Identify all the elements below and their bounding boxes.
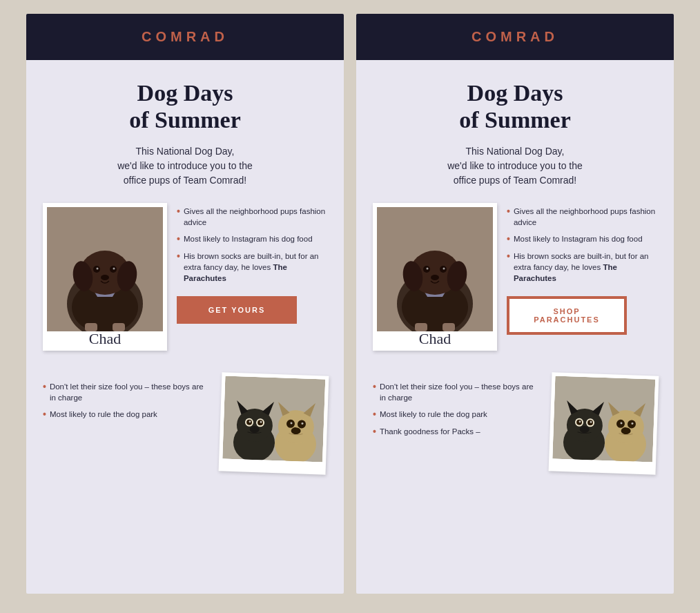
panels-wrapper: COMRAD Dog Daysof Summer This National D… bbox=[21, 14, 679, 594]
cta-wrapper-left: GET YOURS bbox=[177, 296, 327, 324]
svg-point-44 bbox=[431, 275, 439, 280]
bullet-text: Most likely to Instagram his dog food bbox=[184, 233, 313, 245]
cta-highlight-left: GET YOURS bbox=[177, 296, 297, 324]
dog-name-chad-right: Chad bbox=[419, 330, 451, 348]
bullet-dot: • bbox=[507, 251, 510, 284]
panel-header-right: COMRAD bbox=[356, 14, 674, 60]
bullet-item: • Don't let their size fool you – these … bbox=[373, 381, 541, 403]
svg-point-11 bbox=[113, 268, 115, 270]
dog-photo-chad-right bbox=[377, 207, 493, 331]
frenchie-photo-right bbox=[552, 376, 655, 463]
bullet-text: His brown socks are built-in, but for an… bbox=[184, 251, 327, 284]
subheadline-left: This National Dog Day,we'd like to intro… bbox=[117, 144, 253, 188]
dog-name-chad-left: Chad bbox=[89, 330, 121, 348]
bullet-text: Thank goodness for Packs – bbox=[380, 426, 480, 438]
bullet-text: Most likely to rule the dog park bbox=[50, 409, 157, 420]
panel-header-left: COMRAD bbox=[26, 14, 344, 60]
bullet-item: • Most likely to Instagram his dog food bbox=[177, 233, 327, 245]
dog-photo-chad-left bbox=[47, 207, 163, 331]
bullet-item: • His brown socks are built-in, but for … bbox=[177, 251, 327, 284]
bullet-item: • Gives all the neighborhood pups fashio… bbox=[177, 206, 327, 228]
svg-point-41 bbox=[427, 268, 429, 270]
bullet-dot: • bbox=[507, 206, 510, 228]
polaroid-chad-right: Chad bbox=[373, 203, 497, 351]
bullet-text: Don't let their size fool you – these bo… bbox=[50, 381, 211, 403]
bottom-section-right: • Don't let their size fool you – these … bbox=[356, 374, 674, 487]
panel-body-left: Dog Daysof Summer This National Dog Day,… bbox=[26, 60, 344, 374]
bullet-dot: • bbox=[177, 251, 180, 284]
dog-section-right: Chad • Gives all the neighborhood pups f… bbox=[373, 203, 657, 351]
bottom-bullets-left: • Don't let their size fool you – these … bbox=[43, 374, 211, 420]
bullet-item: • Most likely to Instagram his dog food bbox=[507, 233, 657, 245]
bullet-text: Most likely to rule the dog park bbox=[380, 409, 487, 420]
shop-parachutes-button[interactable]: SHOP PARACHUTES bbox=[508, 298, 625, 333]
polaroid-frenchies-right bbox=[549, 373, 659, 475]
bottom-section-left: • Don't let their size fool you – these … bbox=[26, 374, 344, 487]
brand-logo-left: COMRAD bbox=[40, 29, 330, 45]
polaroid-frenchies-left bbox=[219, 373, 329, 475]
brand-logo-right: COMRAD bbox=[370, 29, 660, 45]
bullet-text: Gives all the neighborhood pups fashion … bbox=[514, 206, 657, 228]
bullet-dot: • bbox=[177, 206, 180, 228]
subheadline-right: This National Dog Day,we'd like to intro… bbox=[447, 144, 583, 188]
bullet-item: • Don't let their size fool you – these … bbox=[43, 381, 211, 403]
panel-body-right: Dog Daysof Summer This National Dog Day,… bbox=[356, 60, 674, 374]
bullet-dot: • bbox=[373, 409, 376, 420]
bullet-dot: • bbox=[373, 426, 376, 438]
headline-right: Dog Daysof Summer bbox=[459, 79, 570, 133]
svg-point-12 bbox=[101, 275, 109, 280]
bottom-bullets-right: • Don't let their size fool you – these … bbox=[373, 374, 541, 438]
headline-left: Dog Daysof Summer bbox=[129, 79, 240, 133]
email-panel-left: COMRAD Dog Daysof Summer This National D… bbox=[26, 14, 344, 594]
dog-bullets-right: • Gives all the neighborhood pups fashio… bbox=[507, 203, 657, 335]
bullet-dot: • bbox=[43, 381, 46, 403]
bullet-dot: • bbox=[507, 233, 510, 245]
bullet-item: • Thank goodness for Packs – bbox=[373, 426, 541, 438]
get-yours-button[interactable]: GET YOURS bbox=[178, 298, 295, 322]
cta-highlight-right: SHOP PARACHUTES bbox=[507, 296, 627, 335]
bullet-text: Don't let their size fool you – these bo… bbox=[380, 381, 541, 403]
svg-point-9 bbox=[97, 268, 99, 270]
bullet-dot: • bbox=[177, 233, 180, 245]
polaroid-chad-left: Chad bbox=[43, 203, 167, 351]
svg-point-43 bbox=[443, 268, 445, 270]
bullet-item: • Most likely to rule the dog park bbox=[373, 409, 541, 420]
frenchie-photo-left bbox=[222, 376, 325, 463]
bullet-item: • His brown socks are built-in, but for … bbox=[507, 251, 657, 284]
bullet-item: • Gives all the neighborhood pups fashio… bbox=[507, 206, 657, 228]
bullet-item: • Most likely to rule the dog park bbox=[43, 409, 211, 420]
bullet-dot: • bbox=[373, 381, 376, 403]
bullet-text: Gives all the neighborhood pups fashion … bbox=[184, 206, 327, 228]
bullet-dot: • bbox=[43, 409, 46, 420]
bullet-text: His brown socks are built-in, but for an… bbox=[514, 251, 657, 284]
dog-bullets-left: • Gives all the neighborhood pups fashio… bbox=[177, 203, 327, 324]
dog-section-left: Chad • Gives all the neighborhood pups f… bbox=[43, 203, 327, 351]
email-panel-right: COMRAD Dog Daysof Summer This National D… bbox=[356, 14, 674, 594]
cta-wrapper-right: SHOP PARACHUTES bbox=[507, 296, 657, 335]
bullet-text: Most likely to Instagram his dog food bbox=[514, 233, 643, 245]
